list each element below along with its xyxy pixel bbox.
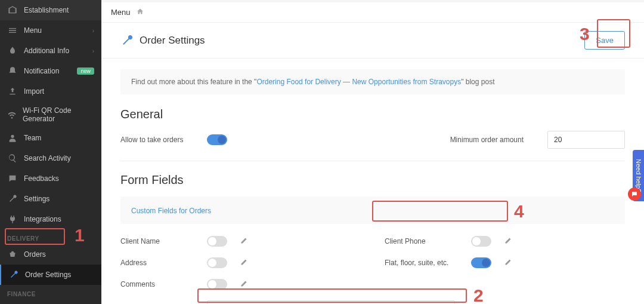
section-general-title: General <box>120 108 625 121</box>
divider <box>120 161 625 161</box>
chevron-right-icon: › <box>92 48 94 54</box>
sidebar-section-delivery: DELIVERY <box>0 229 101 244</box>
sidebar-item-pricing-plans[interactable]: Pricing Plans <box>0 300 101 304</box>
edit-icon[interactable] <box>240 236 247 247</box>
info-box: Find out more about this feature in the … <box>120 69 625 94</box>
address-row: Address <box>120 257 361 268</box>
client-name-toggle[interactable] <box>207 236 227 247</box>
content: Order Settings Save Find out more about … <box>101 23 644 304</box>
sidebar-item-label: Feedbacks <box>24 174 59 183</box>
sidebar-item-search-activity[interactable]: Search Activity <box>0 148 101 168</box>
sidebar-item-orders[interactable]: Orders <box>0 244 101 265</box>
sidebar-item-label: Settings <box>24 195 49 203</box>
wrench-icon <box>7 194 18 204</box>
chat-bubble[interactable] <box>628 188 641 201</box>
client-phone-label: Client Phone <box>385 237 471 245</box>
form-fields-grid: Client Name Client Phone Address Flat, f… <box>120 236 625 300</box>
sidebar-item-wifi-qr[interactable]: Wi-Fi QR Code Generator <box>0 102 101 128</box>
sidebar-item-team[interactable]: Team <box>0 128 101 148</box>
comments-row: Comments <box>120 279 361 290</box>
sidebar-item-additional-info[interactable]: Additional Info › <box>0 41 101 61</box>
edit-icon[interactable] <box>240 257 247 268</box>
sidebar-item-feedbacks[interactable]: Feedbacks <box>0 168 101 189</box>
client-name-row: Client Name <box>120 236 361 247</box>
chevron-right-icon: › <box>92 27 94 34</box>
client-name-label: Client Name <box>120 237 207 245</box>
page-title: Order Settings <box>140 35 584 47</box>
sidebar-item-label: Wi-Fi QR Code Generator <box>23 106 94 123</box>
comments-toggle[interactable] <box>207 279 227 290</box>
home-icon[interactable] <box>137 8 144 17</box>
sidebar-item-integrations[interactable]: Integrations <box>0 209 101 229</box>
breadcrumb[interactable]: Menu <box>111 8 131 17</box>
min-amount-wrap: Minimum order amount <box>450 131 625 149</box>
sidebar-item-menu[interactable]: Menu › <box>0 20 101 41</box>
min-amount-label: Minimum order amount <box>450 136 524 144</box>
sidebar-item-label: Menu <box>24 26 42 35</box>
upload-icon <box>7 86 18 97</box>
content-header: Order Settings Save <box>101 23 644 59</box>
general-row: Allow to take orders Minimum order amoun… <box>120 131 625 149</box>
sidebar-item-label: Order Settings <box>25 271 71 279</box>
sidebar-item-establishment[interactable]: Establishment <box>0 0 101 20</box>
menu-icon <box>7 25 18 36</box>
new-badge: new <box>77 67 94 75</box>
wifi-icon <box>7 109 17 120</box>
users-icon <box>7 133 18 143</box>
basket-icon <box>7 249 18 260</box>
sidebar-item-label: Team <box>24 134 41 142</box>
chat-icon <box>7 173 18 184</box>
info-prefix: Find out more about this feature in the … <box>131 78 256 86</box>
custom-fields-link[interactable]: Custom Fields for Orders <box>131 207 211 215</box>
sidebar-item-order-settings[interactable]: Order Settings <box>0 265 101 285</box>
bell-icon <box>7 66 18 76</box>
client-phone-toggle[interactable] <box>471 236 491 247</box>
flame-icon <box>7 45 18 56</box>
sidebar-item-label: Additional Info <box>24 47 69 55</box>
edit-icon[interactable] <box>240 279 247 290</box>
building-icon <box>7 5 18 16</box>
sidebar-item-label: Integrations <box>24 215 61 223</box>
sidebar-item-notification[interactable]: Notification new <box>0 61 101 81</box>
address2-toggle[interactable] <box>471 257 491 268</box>
sidebar-item-import[interactable]: Import <box>0 81 101 102</box>
sidebar-section-finance: FINANCE <box>0 285 101 300</box>
save-button[interactable]: Save <box>584 31 625 50</box>
sidebar-item-label: Search Activity <box>24 154 71 162</box>
min-amount-input[interactable] <box>547 131 625 149</box>
address-toggle[interactable] <box>207 257 227 268</box>
info-suffix: " blog post <box>461 78 494 86</box>
address2-label: Flat, floor, suite, etc. <box>385 259 471 267</box>
wrench-icon <box>8 269 19 280</box>
client-phone-row: Client Phone <box>385 236 625 247</box>
order-comment-row: Order Form Comment <box>120 300 625 304</box>
edit-icon[interactable] <box>504 257 512 268</box>
content-body: Find out more about this feature in the … <box>101 59 644 304</box>
sidebar-item-label: Orders <box>24 250 46 259</box>
address2-row: Flat, floor, suite, etc. <box>385 257 625 268</box>
comments-label: Comments <box>120 280 207 288</box>
custom-fields-box: Custom Fields for Orders <box>120 196 625 224</box>
section-form-fields-title: Form Fields <box>120 173 625 187</box>
allow-orders-label: Allow to take orders <box>120 136 207 144</box>
topbar: Menu <box>101 2 644 23</box>
sidebar: Establishment Menu › Additional Info › N… <box>0 0 101 304</box>
sidebar-item-label: Import <box>24 87 44 96</box>
wrench-icon <box>120 34 134 47</box>
search-icon <box>7 153 18 164</box>
allow-orders-toggle[interactable] <box>207 134 227 145</box>
sidebar-item-label: Notification <box>24 67 59 75</box>
edit-icon[interactable] <box>504 236 512 247</box>
plug-icon <box>7 214 18 225</box>
address-label: Address <box>120 259 207 267</box>
order-comment-textarea[interactable] <box>207 300 455 304</box>
sidebar-item-label: Establishment <box>24 6 69 14</box>
info-link[interactable]: Ordering Food for Delivery — New Opportu… <box>256 78 461 86</box>
sidebar-item-settings[interactable]: Settings <box>0 189 101 209</box>
